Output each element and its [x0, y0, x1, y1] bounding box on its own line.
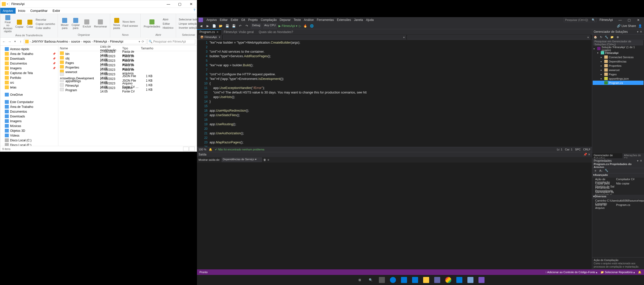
minimize-button[interactable]: —	[163, 0, 174, 8]
cat-misc[interactable]: ▾ Diversos	[592, 195, 644, 199]
nav-forward-button[interactable]: ▶	[205, 23, 210, 28]
menu-editar[interactable]: Editar	[218, 18, 229, 22]
prop-row[interactable]: Namespace da Ferramenta F	[592, 191, 644, 195]
open-file-button[interactable]: 📂	[218, 23, 223, 28]
forward-button[interactable]: →	[7, 40, 12, 44]
toggle-wrap-button[interactable]: ≡	[268, 158, 269, 161]
menu-teste[interactable]: Teste	[292, 18, 302, 22]
nav-pc-item[interactable]: Músicas	[0, 123, 58, 128]
save-button[interactable]: 💾	[225, 23, 230, 28]
nav-quick-item[interactable]: Documentos📌	[0, 61, 58, 66]
nav-this-pc[interactable]: Este Computador	[0, 100, 58, 104]
copy-to-button[interactable]: Copiar para	[70, 17, 80, 30]
browser-button[interactable]: 🌐	[309, 23, 314, 28]
menu-análise[interactable]: Análise	[302, 18, 315, 22]
close-button[interactable]: ✕	[185, 0, 197, 8]
tab-arquivo[interactable]: Arquivo	[0, 8, 16, 14]
tab-program-cs[interactable]: Program.cs✕	[197, 29, 221, 35]
new-file-button[interactable]: 📄	[212, 23, 217, 28]
solution-tree[interactable]: ▸Solução 'FilmesApi' (1 de 1 projeto) ▾F…	[592, 46, 644, 153]
cat-advanced[interactable]: ▾ Avançado	[592, 173, 644, 178]
taskbar-search-button[interactable]: 🔍	[366, 275, 376, 285]
run-no-debug-button[interactable]: ▷	[299, 24, 301, 28]
minimize-button[interactable]: —	[616, 17, 624, 23]
menu-extensões[interactable]: Extensões	[335, 18, 352, 22]
nav-quick-item[interactable]: Área de Trabalho📌	[0, 51, 58, 56]
col-type[interactable]: Tipo	[121, 47, 139, 50]
nav-pc-item[interactable]: Imagens	[0, 119, 58, 123]
solution-explorer-title[interactable]: Gerenciador de Soluções▾ ✕	[592, 29, 644, 34]
platform-dropdown[interactable]: Any CPU	[263, 23, 277, 28]
taskbar-taskview[interactable]	[377, 275, 387, 285]
menu-compilação[interactable]: Compilação	[259, 18, 278, 22]
menu-ferramentas[interactable]: Ferramentas	[315, 18, 335, 22]
nav-quick-item[interactable]: telas	[0, 85, 58, 90]
save-all-button[interactable]: 💾	[231, 23, 236, 28]
start-button[interactable]: ⊞	[355, 275, 365, 285]
nav-pc-item[interactable]: Objetos 3D	[0, 128, 58, 133]
nav-quick-access[interactable]: Acesso rápido	[0, 47, 58, 51]
help-icon[interactable]: ?	[192, 8, 197, 14]
nav-quick-item[interactable]: src	[0, 80, 58, 85]
notifications-icon[interactable]: 🔔	[638, 271, 641, 274]
crumb-member[interactable]	[223, 35, 406, 39]
view-large-button[interactable]	[189, 147, 195, 151]
node-appsettings[interactable]: ▸appsettings.json	[593, 76, 643, 81]
taskbar-app-teams[interactable]	[432, 275, 442, 285]
new-folder-button[interactable]: Nova pasta	[112, 17, 121, 30]
home-button[interactable]: 🏠	[593, 35, 598, 39]
problems-status[interactable]: ✔ Não foi encontrado nenhum problema	[215, 148, 264, 151]
nav-pc-item[interactable]: Disco Local (E:)	[0, 143, 58, 146]
edit-button[interactable]: Editar	[162, 22, 174, 26]
account-button[interactable]: 👤	[637, 23, 642, 28]
tab-git-changes[interactable]: Alterações do Git	[622, 153, 644, 158]
close-button[interactable]: ✕	[634, 17, 642, 23]
copy-button[interactable]: Copiar	[14, 19, 24, 29]
nav-pc-item[interactable]: Vídeos	[0, 133, 58, 138]
output-panel-title[interactable]: Saída📌 ✕	[197, 152, 592, 157]
taskbar-right[interactable]: ⊞ 🔍	[197, 275, 644, 285]
node-properties[interactable]: ▸Properties	[593, 64, 643, 68]
hot-reload-button[interactable]: 🔥	[303, 23, 308, 28]
nav-quick-item[interactable]: Imagens📌	[0, 66, 58, 71]
back-button[interactable]: ←	[2, 40, 6, 44]
maximize-button[interactable]: ▢	[174, 0, 185, 8]
select-none-button[interactable]: Limpar seleção	[178, 22, 199, 26]
menu-janela[interactable]: Janela	[352, 18, 364, 22]
clear-output-button[interactable]: 🗑	[263, 158, 266, 161]
nav-quick-item[interactable]: Downloads📌	[0, 56, 58, 61]
nav-onedrive[interactable]: OneDrive	[0, 92, 58, 97]
tab-compartilhar[interactable]: Compartilhar	[28, 8, 50, 14]
paste-button[interactable]: Colar	[25, 19, 34, 29]
nav-pc-item[interactable]: Documentos	[0, 109, 58, 114]
search-input[interactable]: 🔍 Pesquisar em FilmesApi	[147, 39, 195, 44]
tab-whatsnew[interactable]: Quais são as Novidades?	[256, 29, 296, 35]
node-connected-services[interactable]: ▸Connected Services	[593, 55, 643, 59]
copy-path-button[interactable]: Copiar caminho	[35, 22, 56, 26]
solution-search[interactable]: Pesquisar em Gerenciador de Soluções (Ct…	[593, 40, 643, 45]
pin-quick-access-button[interactable]: Fixar no Acesso rápido	[2, 15, 13, 33]
tab-inicio[interactable]: Início	[16, 8, 28, 14]
select-all-button[interactable]: Selecionar tudo	[178, 17, 199, 22]
node-program-cs[interactable]: Program.cs	[593, 81, 643, 85]
prop-row[interactable]: Caminho CompletoC:\Users\ukb9368\source\…	[592, 199, 644, 203]
taskbar-app-vs[interactable]	[476, 275, 487, 285]
run-button[interactable]: ▶ FilmesApi ▾	[278, 24, 298, 28]
crumb-project[interactable]: 📦 FilmesApi	[198, 35, 222, 39]
paste-shortcut-button[interactable]: Colar atalho	[35, 26, 56, 30]
menu-git[interactable]: Git	[240, 18, 247, 22]
tab-overview[interactable]: FilmesApi: Visão geral	[221, 29, 256, 35]
new-item-button[interactable]: Novo item	[122, 20, 138, 24]
tab-exibir[interactable]: Exibir	[50, 8, 63, 14]
prop-row[interactable]: Ação de CompilaçãoCompilador C#	[592, 178, 644, 182]
menu-arquivo[interactable]: Arquivo	[205, 18, 218, 22]
close-tab-icon[interactable]: ✕	[216, 30, 219, 34]
node-wwwroot[interactable]: ▸wwwroot	[593, 68, 643, 72]
window-titlebar[interactable]: ▾ FilmesApi — ▢ ✕	[0, 0, 197, 8]
taskbar-app-edge[interactable]	[388, 275, 398, 285]
maximize-button[interactable]: ▢	[625, 17, 633, 23]
open-button[interactable]: Abrir	[162, 17, 174, 22]
taskbar-app-chrome[interactable]	[443, 275, 453, 285]
node-pages[interactable]: ▸Pages	[593, 72, 643, 76]
source-control-button[interactable]: ↑ Adicionar ao Controle do Código-Fonte …	[545, 271, 597, 274]
